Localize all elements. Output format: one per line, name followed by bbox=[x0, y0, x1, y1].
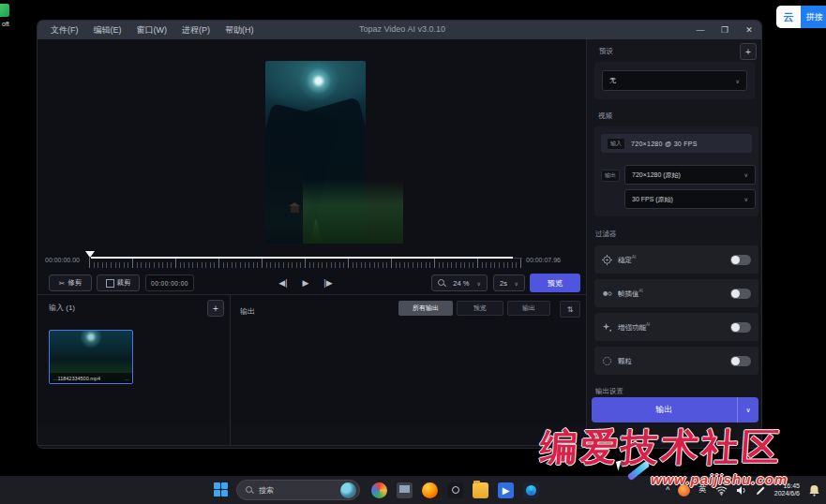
export-settings-header: 输出设置 bbox=[595, 387, 623, 396]
zoom-value: 24 % bbox=[453, 279, 469, 288]
crop-label: 裁剪 bbox=[117, 278, 131, 288]
stabilization-toggle[interactable] bbox=[730, 255, 751, 265]
colorful-app-icon[interactable] bbox=[371, 482, 387, 498]
playback-controls: ◀| ▶ |▶ bbox=[274, 274, 338, 291]
chevron-down-icon: ∨ bbox=[744, 196, 748, 202]
settings-panel: 预设 + 无 ∨ 视频 输入 720×1280 @ 30 FPS 输出 720×… bbox=[586, 39, 761, 448]
filter-label: 稳定AI bbox=[618, 255, 636, 265]
notification-bell-icon[interactable] bbox=[808, 484, 820, 497]
video-input-row: 输入 720×1280 @ 30 FPS bbox=[601, 134, 752, 153]
input-clip-thumbnail[interactable]: …11842334500.mp4 … bbox=[49, 330, 133, 384]
taskbar-search[interactable]: 搜索 bbox=[236, 480, 360, 500]
monitor-app-icon[interactable] bbox=[397, 482, 413, 498]
tab-all-outputs[interactable]: 所有输出 bbox=[398, 301, 453, 316]
add-input-button[interactable]: + bbox=[207, 300, 224, 317]
playhead-marker[interactable] bbox=[85, 251, 95, 258]
filter-label: 增强功能AI bbox=[618, 322, 650, 333]
desktop-shortcut-label[interactable]: oft bbox=[2, 21, 9, 27]
grain-icon bbox=[602, 356, 612, 366]
firefox-icon[interactable] bbox=[422, 482, 438, 498]
sort-outputs-button[interactable]: ⇅ bbox=[560, 301, 580, 318]
potplayer-icon[interactable]: ▶ bbox=[498, 482, 514, 498]
framerate-select[interactable]: 30 FPS (原始) ∨ bbox=[624, 189, 756, 209]
edge-icon[interactable] bbox=[523, 482, 539, 498]
menu-process[interactable]: 进程(P) bbox=[176, 22, 216, 38]
window-title: Topaz Video AI v3.0.10 bbox=[359, 24, 445, 34]
timeline-major-ticks bbox=[89, 258, 522, 268]
frame-interpolation-icon bbox=[602, 289, 612, 299]
timeline-end-time: 00:00:07.96 bbox=[526, 257, 561, 263]
crop-button[interactable]: 裁剪 bbox=[97, 274, 140, 291]
previous-frame-button[interactable]: ◀| bbox=[274, 274, 293, 291]
minimize-button[interactable]: — bbox=[688, 21, 713, 39]
watermark-text: 编爱技术社区 bbox=[538, 422, 784, 473]
filters-header: 过滤器 bbox=[595, 230, 617, 239]
presets-header: 预设 bbox=[599, 47, 613, 56]
widget-label[interactable]: 拼接 bbox=[801, 6, 826, 28]
tab-exports[interactable]: 输出 bbox=[507, 301, 550, 316]
search-daily-image[interactable] bbox=[340, 482, 356, 498]
chevron-down-icon: ∨ bbox=[736, 78, 740, 84]
input-badge: 输入 bbox=[607, 138, 625, 150]
floating-assistant-widget[interactable]: 云 拼接 bbox=[776, 6, 826, 28]
play-button[interactable]: ▶ bbox=[296, 274, 315, 291]
export-button[interactable]: 输出 ∨ bbox=[592, 397, 758, 422]
video-card: 输入 720×1280 @ 30 FPS 输出 720×1280 (原始) ∨ … bbox=[594, 126, 758, 216]
menubar: 文件(F) 编辑(E) 窗口(W) 进程(P) 帮助(H) bbox=[45, 22, 260, 38]
menu-window[interactable]: 窗口(W) bbox=[131, 22, 173, 38]
titlebar: 文件(F) 编辑(E) 窗口(W) 进程(P) 帮助(H) Topaz Vide… bbox=[38, 21, 761, 39]
enhancement-toggle[interactable] bbox=[730, 322, 751, 333]
preview-length-select[interactable]: 2s ∨ bbox=[493, 274, 525, 291]
next-frame-button[interactable]: |▶ bbox=[319, 274, 338, 291]
desktop-shortcut-icon[interactable] bbox=[0, 4, 9, 17]
topaz-video-ai-window: 文件(F) 编辑(E) 窗口(W) 进程(P) 帮助(H) Topaz Vide… bbox=[38, 21, 761, 448]
preset-select[interactable]: 无 ∨ bbox=[602, 70, 747, 91]
main-area: 00:00:00.00 00:00:07.96 ✂ 修剪 裁剪 00:00:00… bbox=[38, 39, 586, 426]
resolution-select[interactable]: 720×1280 (原始) ∨ bbox=[624, 165, 756, 185]
filter-label: 颗粒 bbox=[618, 356, 632, 366]
divider bbox=[38, 294, 586, 295]
preview-button[interactable]: 预览 bbox=[530, 274, 580, 292]
trim-label: 修剪 bbox=[68, 278, 82, 288]
folder-icon[interactable] bbox=[473, 482, 488, 498]
input-file-name: …11842334500.mp4 bbox=[53, 376, 100, 381]
filter-row-stabilization: 稳定AI bbox=[594, 245, 758, 274]
frame-interpolation-toggle[interactable] bbox=[730, 289, 751, 299]
divider bbox=[38, 445, 586, 446]
timeline-progress-line bbox=[91, 257, 513, 259]
camera-app-icon[interactable] bbox=[447, 482, 463, 498]
output-badge: 输出 bbox=[601, 170, 620, 182]
divider bbox=[230, 294, 231, 445]
trim-button[interactable]: ✂ 修剪 bbox=[49, 274, 92, 291]
timeline-remainder-line bbox=[513, 258, 522, 259]
framerate-value: 30 FPS (原始) bbox=[632, 195, 673, 204]
file-menu-icon[interactable]: … bbox=[125, 376, 130, 381]
maximize-button[interactable]: ❐ bbox=[713, 21, 737, 39]
scissors-icon: ✂ bbox=[59, 279, 65, 288]
export-button-label: 输出 bbox=[592, 404, 737, 416]
preview-length-value: 2s bbox=[500, 279, 507, 288]
grain-toggle[interactable] bbox=[730, 356, 751, 366]
search-placeholder: 搜索 bbox=[259, 485, 335, 496]
close-button[interactable]: ✕ bbox=[737, 21, 761, 39]
preset-card: 无 ∨ bbox=[594, 62, 755, 99]
watermark-url: www.paijishu.com bbox=[651, 471, 788, 487]
menu-help[interactable]: 帮助(H) bbox=[219, 22, 260, 38]
start-button[interactable] bbox=[214, 482, 229, 497]
video-preview-valley bbox=[303, 180, 403, 244]
add-preset-button[interactable]: + bbox=[740, 43, 757, 60]
menu-edit[interactable]: 编辑(E) bbox=[88, 22, 128, 38]
zoom-select[interactable]: 24 % ∨ bbox=[431, 274, 488, 291]
chevron-down-icon: ∨ bbox=[477, 280, 481, 287]
menu-file[interactable]: 文件(F) bbox=[45, 22, 84, 38]
inputs-header: 输入 (1) bbox=[49, 303, 75, 313]
enhance-sparkle-icon bbox=[602, 322, 612, 333]
tab-previews[interactable]: 预览 bbox=[457, 301, 503, 316]
timeline-ruler[interactable] bbox=[89, 255, 522, 268]
filter-row-frame-interpolation: 帧插值AI bbox=[594, 279, 758, 307]
filter-label: 帧插值AI bbox=[618, 289, 643, 299]
chevron-down-icon: ∨ bbox=[744, 171, 748, 178]
timecode-field[interactable]: 00:00:00:00 bbox=[145, 274, 194, 291]
video-header: 视频 bbox=[598, 111, 612, 121]
preset-value: 无 bbox=[609, 76, 616, 85]
